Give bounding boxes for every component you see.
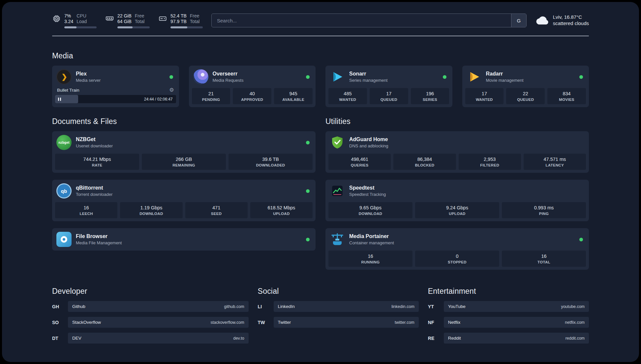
status-indicator xyxy=(579,75,583,79)
app-subtitle: Container management xyxy=(349,240,575,245)
stat-row: 17WANTED22QUEUED834MOVIES xyxy=(465,88,586,104)
portainer-icon xyxy=(330,232,345,247)
bookmark-row: TWTwittertwitter.com xyxy=(258,317,419,328)
bookmark-abbr: RE xyxy=(428,336,444,341)
app-subtitle: Torrent downloader xyxy=(76,192,302,197)
stat-box: 0.993 msPING xyxy=(502,202,586,218)
plex-player-bar[interactable]: 24:44 / 02:06:47 xyxy=(55,95,176,103)
entertainment-column: Entertainment YTYouTubeyoutube.comNFNetf… xyxy=(428,270,589,344)
stat-value: 16 xyxy=(84,205,89,210)
stat-box: 744.21 MbpsRATE xyxy=(55,154,139,170)
top-bar: 7% 3.24 CPU Load xyxy=(52,13,589,28)
bookmark-url: github.com xyxy=(224,304,244,309)
stat-label: BLOCKED xyxy=(415,163,434,167)
stat-row: 16RUNNING0STOPPED16TOTAL xyxy=(328,251,586,267)
app-subtitle: Media Requests xyxy=(213,78,302,83)
plex-card[interactable]: ❯ Plex Media server Bullet Train ⚙ 24:44… xyxy=(52,66,179,107)
ram-label-2: Total xyxy=(135,19,145,24)
stat-value: 0.993 ms xyxy=(534,205,554,210)
app-subtitle: Usenet downloader xyxy=(76,143,302,148)
media-grid: ❯ Plex Media server Bullet Train ⚙ 24:44… xyxy=(52,66,589,107)
bookmark-row: RERedditreddit.com xyxy=(428,333,589,344)
bookmark-link[interactable]: Netflixnetflix.com xyxy=(444,317,589,328)
qbittorrent-card[interactable]: qb qBittorrent Torrent downloader 16LEEC… xyxy=(52,180,316,221)
developer-links: GHGithubgithub.comSOStackOverflowstackov… xyxy=(52,301,249,344)
bookmark-name: Netflix xyxy=(448,320,461,325)
app-name: Speedtest xyxy=(349,185,584,191)
app-name: NZBGet xyxy=(76,136,302,142)
stat-box: 498,461QUERIES xyxy=(328,154,391,170)
search-engine-button[interactable]: G xyxy=(511,14,526,27)
bookmark-url: stackoverflow.com xyxy=(210,320,244,325)
stat-label: AVAILABLE xyxy=(282,98,304,102)
bookmark-link[interactable]: StackOverflowstackoverflow.com xyxy=(68,317,249,328)
stat-box: 40APPROVED xyxy=(233,88,271,104)
bookmark-link[interactable]: Twittertwitter.com xyxy=(274,317,419,328)
filebrowser-icon xyxy=(56,232,72,247)
bookmark-abbr: DT xyxy=(52,336,68,341)
window-frame: 7% 3.24 CPU Load xyxy=(0,0,641,364)
stat-box: 196SERIES xyxy=(411,88,449,104)
stat-label: FILTERED xyxy=(480,163,499,167)
bookmark-link[interactable]: Redditreddit.com xyxy=(444,333,589,344)
stat-label: LATENCY xyxy=(546,163,564,167)
app-name: Overseerr xyxy=(213,71,302,77)
developer-column: Developer GHGithubgithub.comSOStackOverf… xyxy=(52,270,249,344)
disk-metric: 52.4 TB 97.9 TB Free Total xyxy=(158,13,203,28)
status-indicator xyxy=(443,75,446,79)
overseerr-card[interactable]: Overseerr Media Requests 21PENDING40APPR… xyxy=(189,66,316,107)
stat-value: 196 xyxy=(426,91,434,96)
app-subtitle: DNS and adblocking xyxy=(349,143,584,148)
ram-icon xyxy=(105,14,114,23)
speedtest-icon xyxy=(330,183,345,198)
sonarr-icon xyxy=(330,69,345,84)
app-subtitle: Series management xyxy=(349,78,439,83)
bookmark-row: LILinkedInlinkedin.com xyxy=(258,301,419,312)
bookmarks-grid: Developer GHGithubgithub.comSOStackOverf… xyxy=(52,270,589,344)
status-indicator xyxy=(306,141,310,144)
disk-total: 97.9 TB xyxy=(170,19,187,24)
bookmark-url: dev.to xyxy=(233,336,244,341)
stat-label: TOTAL xyxy=(537,260,550,264)
stat-value: 16 xyxy=(368,254,373,259)
section-title-developer: Developer xyxy=(52,287,249,296)
cpu-percent: 7% xyxy=(64,13,73,19)
bookmark-link[interactable]: DEVdev.to xyxy=(68,333,249,344)
settings-gear-icon[interactable]: ⚙ xyxy=(169,87,174,93)
stat-label: APPROVED xyxy=(241,98,263,102)
stat-box: 9.65 GbpsDOWNLOAD xyxy=(328,202,412,218)
stat-label: DOWNLOAD xyxy=(359,212,382,216)
section-title-utilities: Utilities xyxy=(325,117,589,126)
ram-metric: 22 GiB 64 GiB Free Total xyxy=(105,13,150,28)
bookmark-link[interactable]: YouTubeyoutube.com xyxy=(444,301,589,312)
stat-box: 9.24 GbpsUPLOAD xyxy=(415,202,499,218)
bookmark-link[interactable]: LinkedInlinkedin.com xyxy=(274,301,419,312)
weather-widget[interactable]: Lviv, 16.87°C scattered clouds xyxy=(535,14,589,26)
pause-icon[interactable] xyxy=(58,98,61,101)
stat-box: 618.52 MbpsUPLOAD xyxy=(250,202,313,218)
stat-value: 39.6 TB xyxy=(262,157,279,162)
bookmark-link[interactable]: Githubgithub.com xyxy=(68,301,249,312)
adguard-card[interactable]: AdGuard Home DNS and adblocking 498,461Q… xyxy=(325,131,589,173)
stat-label: RUNNING xyxy=(361,260,380,264)
stat-label: QUEUED xyxy=(381,98,397,102)
disk-label-2: Total xyxy=(190,19,200,24)
stat-box: 16TOTAL xyxy=(502,251,586,267)
speedtest-card[interactable]: Speedtest Speedtest Tracking 9.65 GbpsDO… xyxy=(325,180,589,221)
stat-value: 21 xyxy=(208,91,214,96)
stat-value: 498,461 xyxy=(351,157,368,162)
nzbget-card[interactable]: nzbget NZBGet Usenet downloader 744.21 M… xyxy=(52,131,316,173)
bookmark-abbr: YT xyxy=(428,304,444,309)
radarr-card[interactable]: Radarr Movie management 17WANTED22QUEUED… xyxy=(462,66,589,107)
disk-usage-bar xyxy=(170,26,203,28)
sonarr-card[interactable]: Sonarr Series management 485WANTED17QUEU… xyxy=(325,66,452,107)
ram-free: 22 GiB xyxy=(117,13,132,19)
bookmark-row: GHGithubgithub.com xyxy=(52,301,249,312)
stat-value: 485 xyxy=(344,91,351,96)
filebrowser-card[interactable]: File Browser Media File Management xyxy=(52,228,316,251)
app-name: File Browser xyxy=(76,233,302,239)
portainer-card[interactable]: Media Portainer Container management 16R… xyxy=(325,228,589,270)
search-input[interactable] xyxy=(212,14,511,27)
cpu-metric: 7% 3.24 CPU Load xyxy=(52,13,97,28)
stat-label: UPLOAD xyxy=(449,212,465,216)
